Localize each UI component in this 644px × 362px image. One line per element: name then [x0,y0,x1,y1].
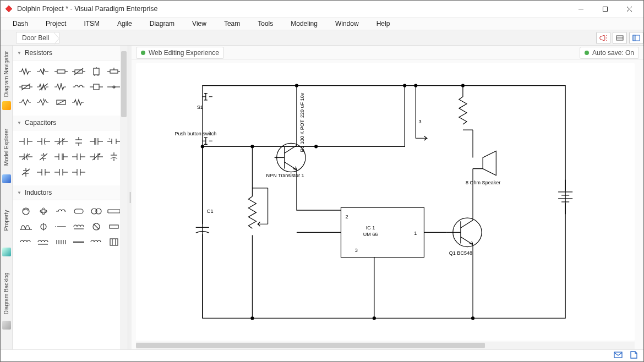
app-logo-icon [5,5,13,13]
menu-tools[interactable]: Tools [249,18,282,29]
palette-inductor-item[interactable] [18,205,34,217]
palette-capacitor-item[interactable] [53,151,69,163]
label-ic-pin-1: 1 [414,231,417,236]
palette-resistor-item[interactable] [53,65,69,78]
palette-resistor-item[interactable] [35,96,52,108]
vtab-diagram-navigator[interactable]: Diagram Navigator [3,51,9,97]
menu-diagram[interactable]: Diagram [141,18,183,29]
diagram-canvas[interactable]: S1 Push button switch NPN Transistor 1 C… [136,63,635,341]
palette-scrollbar[interactable] [120,46,128,349]
svg-text:+: + [108,137,111,140]
palette-capacitor-item[interactable] [88,151,105,163]
menu-project[interactable]: Project [37,18,75,29]
palette-inductor-item[interactable] [88,205,105,217]
menu-dash[interactable]: Dash [4,18,37,29]
menu-window[interactable]: Window [326,18,368,29]
canvas-scrollbar-horizontal[interactable] [136,342,635,349]
palette-resistor-item[interactable] [53,81,69,93]
canvas-scrollbar-thumb[interactable] [136,343,485,348]
palette-inductor-item[interactable] [70,221,87,233]
mail-icon[interactable] [614,351,623,361]
label-speaker: 8 Ohm Speaker [466,180,500,185]
palette-resistor-item[interactable] [70,96,87,108]
svg-rect-17 [94,68,99,75]
palette-resistor-item[interactable] [35,81,52,93]
palette-inductor-item[interactable] [70,205,87,217]
svg-point-123 [373,317,375,320]
palette-capacitor-item[interactable] [53,166,69,178]
web-editing-pill[interactable]: Web Editing Experience [136,47,224,59]
autosave-pill[interactable]: Auto save: On [580,47,639,59]
toolbar-panel-button[interactable] [629,32,643,44]
content-area: Diagram Navigator Model Explorer Propert… [1,46,643,349]
palette-inductor-item[interactable] [70,236,87,248]
window-maximize-button[interactable] [593,1,617,17]
palette-resistor-item[interactable] [70,65,87,78]
palette-capacitor-item[interactable] [18,166,34,178]
svg-point-126 [461,84,464,87]
palette-inductor-item[interactable] [35,205,52,217]
palette-resistor-item[interactable] [35,65,52,78]
palette-inductor-item[interactable] [18,236,34,248]
palette-resistor-item[interactable] [18,81,34,93]
autosave-label: Auto save: On [592,49,634,57]
vtab-model-explorer[interactable]: Model Explorer [3,129,9,166]
canvas-area: Web Editing Experience Auto save: On [132,46,643,349]
toolbar-announce-button[interactable] [596,32,610,44]
label-ic-pin-2: 2 [346,214,348,220]
palette-resistor-item[interactable] [88,65,105,78]
palette-group-inductors[interactable]: Inductors [13,185,128,200]
svg-line-109 [94,224,99,229]
window-close-button[interactable] [617,1,641,17]
palette-inductor-item[interactable] [35,221,52,233]
svg-point-122 [414,84,417,87]
palette-resistor-item[interactable] [70,81,87,93]
menu-itsm[interactable]: ITSM [75,18,108,29]
menu-view[interactable]: View [183,18,215,29]
menu-team[interactable]: Team [215,18,249,29]
palette-resistor-item[interactable] [88,81,105,93]
palette-capacitor-item[interactable] [18,151,34,163]
web-editing-label: Web Editing Experience [149,49,219,57]
palette-capacitor-item[interactable] [53,135,69,147]
palette-resistor-item[interactable] [18,65,34,78]
breadcrumb[interactable]: Door Bell [16,32,59,44]
palette-capacitor-item[interactable] [70,151,87,163]
menu-help[interactable]: Help [368,18,399,29]
palette-capacitor-item[interactable] [70,135,87,147]
palette-inductor-item[interactable] [53,236,69,248]
vtab-property[interactable]: Property [3,210,9,231]
palette-inductor-item[interactable] [88,236,105,248]
window-minimize-button[interactable] [569,1,593,17]
palette-resistor-item[interactable] [18,96,34,108]
svg-point-125 [472,317,474,320]
palette-group-resistors[interactable]: Resistors [13,46,128,61]
label-ic-pin-3: 3 [355,248,358,253]
palette-capacitor-item[interactable] [35,151,52,163]
menu-modeling[interactable]: Modeling [282,18,326,29]
palette-grid-resistors [13,61,128,116]
palette-scrollbar-thumb[interactable] [121,51,127,117]
svg-rect-10 [57,70,65,73]
palette-group-capacitors[interactable]: Capacitors [13,116,128,130]
palette-inductor-item[interactable] [88,221,105,233]
palette-grid-capacitors: + [13,130,128,185]
palette-inductor-item[interactable] [35,236,52,248]
palette-capacitor-item[interactable] [18,135,34,147]
palette-capacitor-item[interactable] [35,135,52,147]
note-icon[interactable] [629,351,638,361]
toolbar-fit-button[interactable] [613,32,627,44]
palette-capacitor-item[interactable] [70,166,87,178]
palette-capacitor-item[interactable] [35,166,52,178]
palette-inductor-item[interactable] [53,221,69,233]
label-ic-sub: UM 66 [363,232,378,237]
palette-inductor-item[interactable] [18,221,34,233]
palette-capacitor-item[interactable] [88,135,105,147]
svg-point-99 [42,208,45,215]
label-r1: R1 100 K POT [299,119,305,152]
vtab-diagram-backlog[interactable]: Diagram Backlog [3,272,9,314]
palette-resistor-item[interactable] [53,96,69,108]
menu-agile[interactable]: Agile [108,18,141,29]
app-window: Dolphin Project * - Visual Paradigm Ente… [0,0,644,362]
palette-inductor-item[interactable] [53,205,69,217]
